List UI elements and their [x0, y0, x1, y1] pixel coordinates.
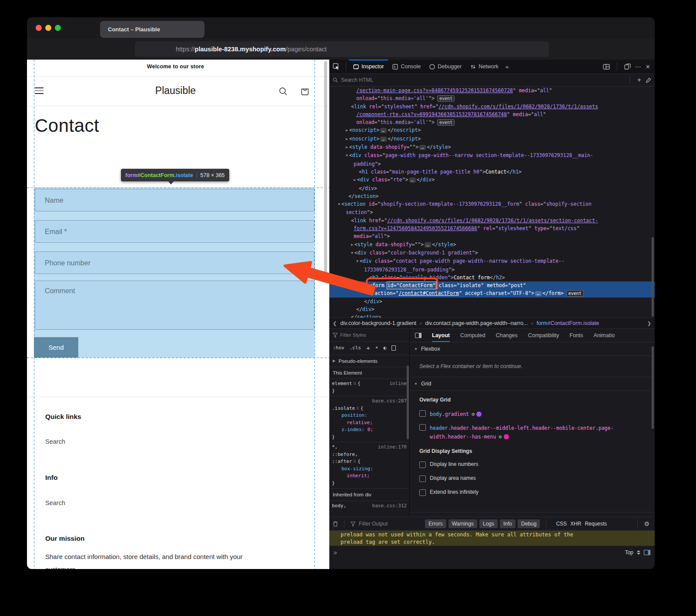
devtools-menu-icon[interactable]: ⋯: [635, 63, 641, 70]
tree-line-26[interactable]: action="/contact#ContactForm" accept-cha…: [329, 289, 655, 297]
grid-setting-checkbox[interactable]: Display area names: [419, 475, 476, 482]
css-rule-isolate[interactable]: base.css:287 .isolate⠿{ position: relati…: [329, 396, 409, 442]
layout-tab-fonts[interactable]: Fonts: [569, 329, 583, 342]
dark-theme-icon[interactable]: ◐: [383, 345, 386, 352]
tree-line-9[interactable]: ▼<div class="page-width page-width--narr…: [329, 151, 655, 160]
eyedropper-icon[interactable]: [646, 77, 651, 83]
maximize-window-button[interactable]: [55, 25, 61, 31]
tree-line-21[interactable]: ▼<div class="color-background-1 gradient…: [329, 249, 655, 257]
flexbox-section[interactable]: ▼Flexbox: [410, 342, 655, 356]
breadcrumb-forward-icon[interactable]: ❯: [647, 321, 651, 326]
grid-overlay-row[interactable]: body.gradient⚙: [419, 410, 482, 418]
tree-line-20[interactable]: ▶<style data-shopify="">…</style>: [329, 241, 655, 249]
tree-line-29[interactable]: </section>: [329, 313, 655, 318]
tree-line-18[interactable]: form.css?v=12475605843249503552167456668…: [329, 224, 655, 232]
responsive-mode-icon[interactable]: [624, 64, 631, 70]
tree-line-14[interactable]: </section>: [329, 192, 655, 200]
devtools-tab-debugger[interactable]: Debugger: [425, 60, 466, 74]
layout-tab-computed[interactable]: Computed: [460, 329, 485, 342]
browser-tab[interactable]: Contact – Plausible: [100, 21, 204, 38]
grid-section[interactable]: ▼Grid: [410, 377, 655, 391]
console-sidebar-icon[interactable]: [644, 550, 650, 555]
tree-line-11[interactable]: <h1 class="main-page-title page-title h0…: [329, 168, 655, 176]
layout-tab-layout[interactable]: Layout: [432, 329, 450, 342]
add-rule-icon[interactable]: +: [366, 345, 370, 352]
close-window-button[interactable]: [36, 25, 42, 31]
tree-line-4[interactable]: /component-rte.css?v=6991943663851532978…: [329, 110, 655, 118]
grid-setting-checkbox[interactable]: Extend lines infinitely: [419, 489, 478, 496]
console-settings-icon[interactable]: ⚙: [644, 520, 649, 527]
tree-scrollbar[interactable]: [652, 237, 654, 317]
search-html-bar[interactable]: Search HTML +: [329, 74, 655, 87]
tree-line-25[interactable]: <form id="ContactForm" class="isolate" m…: [329, 281, 655, 289]
tree-line-23[interactable]: 17330976293128__form-padding">: [329, 266, 655, 274]
footer-link[interactable]: Search: [45, 499, 65, 506]
minimize-window-button[interactable]: [45, 25, 51, 31]
tree-line-12[interactable]: ▶<div class="rte">…</div>: [329, 176, 655, 184]
tree-line-3[interactable]: <link rel="stylesheet" href="//cdn.shopi…: [329, 103, 655, 110]
tree-line-8[interactable]: ▶<style data-shopify="">…</style>: [329, 143, 655, 151]
box-model-section[interactable]: ▼Box Model: [410, 512, 655, 517]
tree-line-2[interactable]: onload="this.media='all'">event: [329, 94, 655, 102]
add-node-icon[interactable]: +: [637, 76, 641, 84]
devtools-tab-inspector[interactable]: Inspector: [349, 60, 388, 74]
devtools-tab-network[interactable]: Network: [466, 60, 503, 74]
console-filter-css[interactable]: CSS: [556, 521, 567, 527]
css-rule-body[interactable]: body,base.css:312: [329, 501, 409, 511]
page-scrollbar[interactable]: [324, 61, 327, 274]
css-rule-universal[interactable]: *,inline:170 ::before, ::after⠿{ box-siz…: [329, 442, 409, 489]
filter-styles-input[interactable]: Filter Styles: [329, 329, 409, 341]
styles-scrollbar[interactable]: [407, 365, 409, 439]
form-field-phone-number[interactable]: Phone number: [35, 251, 315, 274]
form-field-email[interactable]: Email *: [35, 220, 315, 243]
devtools-tab-console[interactable]: Console: [388, 60, 425, 74]
form-field-comment[interactable]: Comment: [35, 281, 315, 330]
tree-line-15[interactable]: ▼<section id="shopify-section-template--…: [329, 200, 655, 208]
send-button[interactable]: Send: [34, 337, 78, 358]
sidebar-toggle-icon[interactable]: [415, 333, 422, 338]
console-filter-logs[interactable]: Logs: [479, 519, 498, 528]
breadcrumb-back-icon[interactable]: ❮: [333, 321, 337, 326]
console-filter-xhr[interactable]: XHR: [570, 521, 581, 527]
tree-line-19[interactable]: media="all">: [329, 232, 655, 240]
layout-tab-animatio[interactable]: Animatio: [594, 329, 615, 342]
frame-selector[interactable]: Top: [625, 549, 633, 556]
tree-line-7[interactable]: ▶<noscript>…</noscript>: [329, 135, 655, 143]
console-filter-requests[interactable]: Requests: [585, 521, 607, 527]
light-theme-icon[interactable]: ☀: [375, 345, 378, 352]
tree-line-10[interactable]: padding">: [329, 160, 655, 168]
layout-scrollbar[interactable]: [652, 346, 654, 429]
grid-overlay-row[interactable]: header.header.header--middle-left.header…: [419, 424, 650, 441]
filter-output-input[interactable]: Filter Output: [359, 521, 388, 527]
form-field-name[interactable]: Name: [35, 189, 315, 211]
breadcrumb-item[interactable]: div.contact.page-width.page-width--narro…: [425, 320, 528, 326]
footer-link[interactable]: Search: [45, 438, 65, 445]
devtools-close-icon[interactable]: ✕: [646, 64, 650, 70]
split-console-icon[interactable]: [603, 64, 610, 70]
more-tabs-icon[interactable]: »: [505, 64, 509, 70]
css-rule-element[interactable]: element⠿{inline }: [329, 379, 409, 396]
pseudo-elements-section[interactable]: ▶Pseudo-elements: [329, 355, 409, 367]
tree-line-22[interactable]: ▼<div class="contact page-width page-wid…: [329, 257, 655, 265]
console-filter-errors[interactable]: Errors: [425, 519, 446, 528]
address-bar[interactable]: https://plausible-8238.myshopify.com/pag…: [135, 41, 549, 57]
layout-tab-compatibility[interactable]: Compatibility: [528, 329, 559, 342]
tree-line-1[interactable]: /section-main-page.css?v=848677459125201…: [329, 87, 655, 94]
pseudo-hover-toggle[interactable]: :hov: [333, 345, 345, 352]
console-filter-debug[interactable]: Debug: [518, 519, 540, 528]
grid-setting-checkbox[interactable]: Display line numbers: [419, 461, 478, 468]
tree-line-16[interactable]: section">: [329, 208, 655, 216]
tree-line-17[interactable]: <link href="//cdn.shopify.com/s/files/1/…: [329, 217, 655, 224]
tree-line-6[interactable]: ▶<noscript>…</noscript>: [329, 126, 655, 134]
console-filter-warnings[interactable]: Warnings: [448, 519, 477, 528]
console-input-row[interactable]: » Top: [329, 546, 655, 559]
clear-console-icon[interactable]: [333, 521, 338, 527]
tree-line-28[interactable]: </div>: [329, 305, 655, 313]
console-filter-info[interactable]: Info: [500, 519, 515, 528]
tree-line-27[interactable]: </div>: [329, 298, 655, 305]
print-media-icon[interactable]: [392, 345, 396, 351]
search-icon[interactable]: [278, 87, 288, 96]
tree-line-13[interactable]: </div>: [329, 184, 655, 192]
layout-tab-changes[interactable]: Changes: [496, 329, 518, 342]
breadcrumb-item-selected[interactable]: form#ContactForm.isolate: [536, 320, 599, 326]
